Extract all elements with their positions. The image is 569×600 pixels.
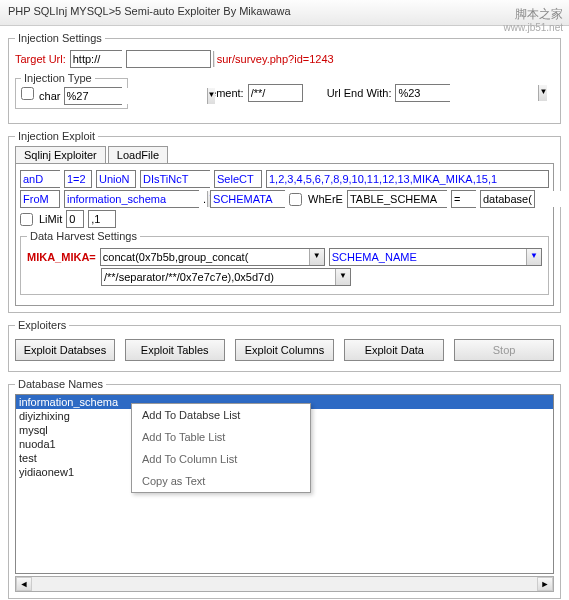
exploiters-legend: Exploiters [15,319,69,331]
condition-input[interactable] [64,170,92,188]
chevron-down-icon[interactable]: ▼ [335,269,350,285]
mika-label: MIKA_MIKA= [27,251,96,263]
space-replacement-input[interactable] [248,84,303,102]
database-names-legend: Database Names [15,378,106,390]
window-title: PHP SQLInj MYSQL>5 Semi-auto Exploiter B… [8,5,291,17]
ctx-add-database[interactable]: Add To Databse List [132,404,310,426]
exploit-tables-button[interactable]: Exploit Tables [125,339,225,361]
chevron-down-icon[interactable]: ▼ [526,249,541,265]
database-list[interactable]: information_schema diyizhixing mysql nuo… [15,394,554,574]
url-end-label: Url End With: [327,87,392,99]
where-checkbox[interactable] [289,193,302,206]
separator-combo[interactable]: ▼ [101,268,351,286]
injection-settings-group: Injection Settings Target Url: ▼ Injecti… [8,32,561,124]
tab-loadfile[interactable]: LoadFile [108,146,168,163]
ctx-add-table[interactable]: Add To Table List [132,426,310,448]
schema-combo[interactable]: ▼ [64,190,199,208]
eq-combo[interactable]: ▼ [451,190,476,208]
schemata-combo[interactable]: ▼ [210,190,285,208]
exploiters-group: Exploiters Exploit Databses Exploit Tabl… [8,319,561,372]
database-fn-input[interactable] [480,190,535,208]
scroll-left-icon[interactable]: ◄ [16,577,32,591]
limit-offset-input[interactable] [66,210,84,228]
exploit-columns-button[interactable]: Exploit Columns [235,339,335,361]
target-url-label: Target Url: [15,53,66,65]
char-checkbox[interactable] [21,87,34,100]
columns-input[interactable] [266,170,549,188]
scroll-right-icon[interactable]: ► [537,577,553,591]
url-end-combo[interactable]: ▼ [395,84,450,102]
chevron-down-icon[interactable]: ▼ [207,88,216,104]
union-input[interactable] [96,170,136,188]
host-input[interactable] [126,50,211,68]
horizontal-scrollbar[interactable]: ◄ ► [15,576,554,592]
ctx-add-column[interactable]: Add To Column List [132,448,310,470]
ctx-copy-text[interactable]: Copy as Text [132,470,310,492]
protocol-combo[interactable]: ▼ [70,50,122,68]
schema-name-combo[interactable]: ▼ [329,248,542,266]
where-label: WhErE [308,193,343,205]
injection-exploit-legend: Injection Exploit [15,130,98,142]
stop-button: Stop [454,339,554,361]
data-harvest-legend: Data Harvest Settings [27,230,140,242]
char-input[interactable] [65,88,207,104]
injection-type-legend: Injection Type [21,72,95,84]
limit-label: LiMit [39,213,62,225]
chevron-down-icon[interactable]: ▼ [538,85,547,101]
from-input[interactable] [20,190,60,208]
concat-combo[interactable]: ▼ [100,248,325,266]
data-harvest-group: Data Harvest Settings MIKA_MIKA= ▼ ▼ ▼ [20,230,549,295]
limit-checkbox[interactable] [20,213,33,226]
char-label: char [39,90,60,102]
and-combo[interactable]: ▼ [20,170,60,188]
limit-val-input[interactable] [88,210,116,228]
watermark-text: 脚本之家 [515,6,563,23]
context-menu[interactable]: Add To Databse List Add To Table List Ad… [131,403,311,493]
injection-exploit-group: Injection Exploit Sqlinj Exploiter LoadF… [8,130,561,313]
table-schema-combo[interactable]: ▼ [347,190,447,208]
exploit-data-button[interactable]: Exploit Data [344,339,444,361]
exploit-databases-button[interactable]: Exploit Databses [15,339,115,361]
database-names-group: Database Names information_schema diyizh… [8,378,561,599]
injection-settings-legend: Injection Settings [15,32,105,44]
path-input [215,50,385,68]
distinct-combo[interactable]: ▼ [140,170,210,188]
chevron-down-icon[interactable]: ▼ [309,249,324,265]
url-end-input[interactable] [396,85,538,101]
tab-sqlinj[interactable]: Sqlinj Exploiter [15,146,106,163]
select-input[interactable] [214,170,262,188]
window-titlebar: PHP SQLInj MYSQL>5 Semi-auto Exploiter B… [0,0,569,26]
injection-type-group: Injection Type char ▼ [15,72,128,109]
char-combo[interactable]: ▼ [64,87,122,105]
